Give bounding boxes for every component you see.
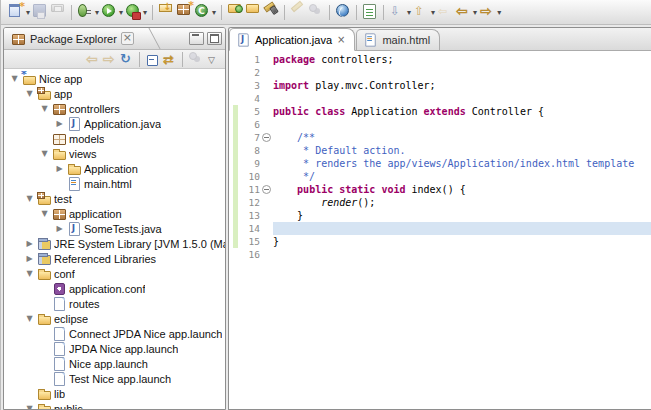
tree-item-routes[interactable]: ▶routes — [4, 296, 225, 311]
fold-collapse-icon[interactable] — [262, 185, 271, 194]
tree-item-test-nice-app-launch[interactable]: ▶Test Nice app.launch — [4, 371, 225, 386]
package-explorer-tab[interactable]: Package Explorer × — [7, 28, 138, 49]
collapse-arrow-icon[interactable]: ▼ — [39, 149, 50, 158]
dropdown-arrow-icon[interactable]: ▾ — [118, 8, 123, 17]
tree-item-controllers[interactable]: ▼controllers — [4, 101, 225, 116]
new-java-project-button[interactable] — [157, 2, 175, 22]
code-text: * renders the app/views/Application/inde… — [273, 157, 651, 170]
code-text: } — [273, 209, 651, 222]
dropdown-arrow-icon[interactable]: ▾ — [211, 8, 216, 17]
tree-item-eclipse[interactable]: ▼eclipse — [4, 311, 225, 326]
tree-item-test[interactable]: ▼test — [4, 191, 225, 206]
run-external-button[interactable]: ▾ — [124, 2, 148, 22]
tree-item-main-html[interactable]: ▶main.html — [4, 176, 225, 191]
close-view-icon[interactable]: × — [121, 32, 134, 45]
collapse-arrow-icon[interactable]: ▼ — [24, 269, 35, 278]
open-resource-button[interactable] — [244, 2, 262, 22]
view-menu-button[interactable] — [204, 51, 221, 67]
expand-arrow-icon[interactable]: ▶ — [54, 224, 65, 233]
dropdown-arrow-icon[interactable]: ▾ — [94, 8, 99, 17]
code-line-7[interactable]: 7 /** — [229, 131, 651, 144]
tree-item-app[interactable]: ▼app — [4, 86, 225, 101]
expand-arrow-icon[interactable]: ▶ — [24, 239, 35, 248]
expand-arrow-icon[interactable]: ▶ — [54, 119, 65, 128]
tree-item-connect-jpda-nice-app-launch[interactable]: ▶Connect JPDA Nice app.launch — [4, 326, 225, 341]
tree-item-views[interactable]: ▼views — [4, 146, 225, 161]
close-tab-icon[interactable]: × — [336, 34, 345, 45]
previous-annotation-button[interactable]: ▾ — [412, 2, 436, 22]
editor-tab-bar: Application.java×main.html — [229, 28, 651, 51]
tree-item-jpda-nice-app-launch[interactable]: ▶JPDA Nice app.launch — [4, 341, 225, 356]
new-class-button[interactable]: ▾ — [193, 2, 217, 22]
web-browser-button[interactable] — [334, 2, 352, 22]
new-package-button[interactable] — [175, 2, 193, 22]
editor-tab-application-java[interactable]: Application.java× — [229, 28, 355, 51]
tree-label: app — [54, 88, 72, 100]
link-editor-button[interactable] — [161, 51, 178, 67]
tree-item-referenced-libraries[interactable]: ▶Referenced Libraries — [4, 251, 225, 266]
debug-button[interactable]: ▾ — [76, 2, 100, 22]
line-number: 14 — [238, 223, 260, 234]
code-line-16[interactable]: 16 — [229, 248, 651, 261]
up-nav-button[interactable] — [118, 51, 135, 67]
search-button[interactable] — [262, 2, 280, 22]
dropdown-arrow-icon[interactable]: ▾ — [406, 8, 411, 17]
tree-item-conf[interactable]: ▼conf — [4, 266, 225, 281]
dropdown-arrow-icon[interactable]: ▾ — [472, 8, 477, 17]
fold-collapse-icon[interactable] — [262, 133, 271, 142]
tree-item-lib[interactable]: ▶lib — [4, 386, 225, 401]
minimize-view-icon[interactable] — [189, 32, 204, 45]
next-annotation-button[interactable]: ▾ — [388, 2, 412, 22]
editor-tab-main-html[interactable]: main.html — [356, 29, 440, 50]
code-segment: import — [273, 80, 309, 91]
new-wizard-button[interactable]: ▾ — [7, 2, 31, 22]
forward-button[interactable]: ▾ — [478, 2, 502, 22]
collapse-all-button[interactable] — [144, 51, 161, 67]
code-line-9[interactable]: 9 * renders the app/views/Application/in… — [229, 157, 651, 170]
back-button[interactable]: ▾ — [454, 2, 478, 22]
tree-item-nice-app[interactable]: ▼Nice app — [4, 71, 225, 86]
code-line-10[interactable]: 10 */ — [229, 170, 651, 183]
code-line-11[interactable]: 11 public static void index() { — [229, 183, 651, 196]
collapse-arrow-icon[interactable]: ▼ — [9, 74, 20, 83]
tree-item-models[interactable]: ▶models — [4, 131, 225, 146]
line-number: 13 — [238, 210, 260, 221]
folder-icon — [37, 312, 52, 326]
tree-item-sometests-java[interactable]: ▶SomeTests.java — [4, 221, 225, 236]
tree-item-public[interactable]: ▼public — [4, 401, 225, 409]
tree-item-application-java[interactable]: ▶Application.java — [4, 116, 225, 131]
code-line-4[interactable]: 4 — [229, 92, 651, 105]
code-line-6[interactable]: 6 — [229, 118, 651, 131]
code-line-8[interactable]: 8 * Default action. — [229, 144, 651, 157]
expand-arrow-icon[interactable]: ▶ — [24, 254, 35, 263]
collapse-arrow-icon[interactable]: ▼ — [24, 89, 35, 98]
code-line-12[interactable]: 12 render(); — [229, 196, 651, 209]
tree-item-application-conf[interactable]: ▶application.conf — [4, 281, 225, 296]
tree-item-jre-system-library-jvm-1-5-0-mac[interactable]: ▶JRE System Library [JVM 1.5.0 (Mac — [4, 236, 225, 251]
tree-item-nice-app-launch[interactable]: ▶Nice app.launch — [4, 356, 225, 371]
code-line-5[interactable]: 5public class Application extends Contro… — [229, 105, 651, 118]
code-line-2[interactable]: 2 — [229, 66, 651, 79]
collapse-arrow-icon[interactable]: ▼ — [24, 404, 35, 409]
dropdown-arrow-icon[interactable]: ▾ — [142, 8, 147, 17]
dropdown-arrow-icon[interactable]: ▾ — [430, 8, 435, 17]
maximize-view-icon[interactable] — [207, 32, 222, 45]
code-line-1[interactable]: 1package controllers; — [229, 53, 651, 66]
tree-item-application[interactable]: ▼application — [4, 206, 225, 221]
code-line-3[interactable]: 3import play.mvc.Controller; — [229, 79, 651, 92]
expand-arrow-icon[interactable]: ▶ — [54, 164, 65, 173]
code-line-14[interactable]: 14 — [229, 222, 651, 235]
dropdown-arrow-icon[interactable]: ▾ — [496, 8, 501, 17]
tree-item-application[interactable]: ▶Application — [4, 161, 225, 176]
code-area[interactable]: 1package controllers;23import play.mvc.C… — [229, 51, 651, 409]
run-button[interactable]: ▾ — [100, 2, 124, 22]
collapse-arrow-icon[interactable]: ▼ — [39, 209, 50, 218]
open-type-button[interactable] — [226, 2, 244, 22]
code-line-15[interactable]: 15} — [229, 235, 651, 248]
collapse-arrow-icon[interactable]: ▼ — [24, 194, 35, 203]
collapse-arrow-icon[interactable]: ▼ — [39, 104, 50, 113]
collapse-arrow-icon[interactable]: ▼ — [24, 314, 35, 323]
dropdown-arrow-icon[interactable]: ▾ — [25, 8, 30, 17]
tasks-button[interactable] — [361, 2, 379, 22]
code-line-13[interactable]: 13 } — [229, 209, 651, 222]
